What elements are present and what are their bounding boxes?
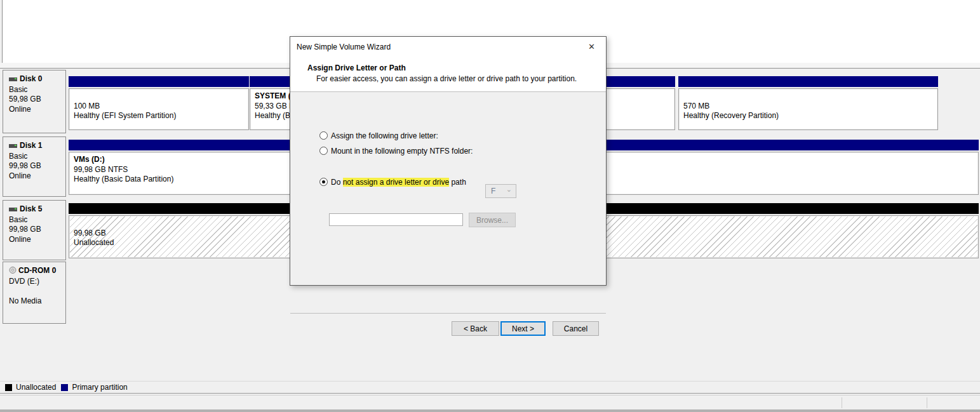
primary-partition-bar [678,76,938,87]
legend-primary-label: Primary partition [72,383,127,392]
next-button[interactable]: Next > [500,321,546,336]
disk1-type: Basic [9,152,65,162]
dialog-header: Assign Drive Letter or Path For easier a… [290,57,606,91]
legend-primary: Primary partition [61,383,127,392]
disk5-name: Disk 5 [9,204,65,215]
dialog-heading: Assign Drive Letter or Path [307,63,406,72]
radio-mount-ntfs-folder[interactable] [319,147,328,155]
back-button[interactable]: < Back [452,321,499,336]
footer-divider [290,313,606,314]
partition-title [683,91,936,102]
partition-recovery[interactable]: 570 MB Healthy (Recovery Partition) [678,76,938,130]
dialog-titlebar[interactable]: New Simple Volume Wizard [290,37,606,57]
legend-unallocated-label: Unallocated [16,383,56,392]
cdrom0-status: No Media [9,296,65,307]
disk1-name: Disk 1 [9,141,65,152]
radio-no-drive-letter-label: Do not assign a drive letter or drive pa… [331,178,466,187]
drive-letter-select[interactable]: F ⌄ [485,184,516,198]
window-bottom-edge [0,409,980,412]
drive-letter-value: F [491,187,495,196]
dialog-body: Assign the following drive letter: F ⌄ M… [290,93,606,285]
legend-unallocated: Unallocated [5,383,56,392]
disk1-panel[interactable]: Disk 1 Basic 99,98 GB Online [3,136,66,197]
status-bar [0,395,980,409]
highlighted-text: not assign a drive letter or drive [343,178,449,187]
partition-size: 100 MB [74,102,247,112]
disk1-size: 99,98 GB [9,161,65,171]
cdrom-icon [9,267,17,277]
cancel-button[interactable]: Cancel [553,321,599,336]
primary-partition-swatch [61,384,68,391]
partition-status: Healthy (Recovery Partition) [683,111,936,121]
partition-efi-system[interactable]: 100 MB Healthy (EFI System Partition) [69,76,249,130]
disk-icon [9,142,18,152]
browse-button[interactable]: Browse... [469,213,516,227]
dialog-subheading: For easier access, you can assign a driv… [316,74,577,83]
new-simple-volume-wizard-dialog: New Simple Volume Wizard ✕ Assign Drive … [290,36,607,286]
close-icon[interactable]: ✕ [577,37,606,56]
disk0-panel[interactable]: Disk 0 Basic 59,98 GB Online [3,70,66,133]
disk5-status: Online [9,235,65,245]
disk-icon [9,75,18,85]
disk5-type: Basic [9,215,65,225]
cdrom0-type: DVD (E:) [9,277,65,287]
cdrom0-panel[interactable]: CD-ROM 0 DVD (E:) No Media [3,262,66,324]
disk0-size: 59,98 GB [9,95,65,105]
status-separator [927,397,927,408]
disk1-status: Online [9,171,65,182]
partition-size: 570 MB [683,102,936,112]
disk5-size: 99,98 GB [9,225,65,235]
ntfs-folder-input[interactable] [329,213,463,226]
dialog-title: New Simple Volume Wizard [297,43,391,51]
legend-bar: Unallocated Primary partition [0,381,980,394]
radio-assign-drive-letter[interactable] [319,131,328,140]
status-separator [842,397,842,408]
partition-title [74,91,247,102]
partition-status: Healthy (EFI System Partition) [74,111,247,121]
cdrom0-size [9,286,65,296]
disk-icon [9,205,18,215]
header-divider [290,91,606,92]
radio-mount-ntfs-folder-label: Mount in the following empty NTFS folder… [331,147,473,156]
cdrom0-name: CD-ROM 0 [9,266,65,277]
chevron-down-icon: ⌄ [506,185,512,194]
primary-partition-bar [69,76,249,87]
radio-assign-drive-letter-label: Assign the following drive letter: [331,131,438,140]
disk5-panel[interactable]: Disk 5 Basic 99,98 GB Online [3,200,66,260]
unallocated-swatch [5,384,12,391]
disk0-status: Online [9,105,65,115]
disk0-type: Basic [9,85,65,95]
disk0-name: Disk 0 [9,74,65,85]
radio-no-drive-letter[interactable] [319,178,328,186]
